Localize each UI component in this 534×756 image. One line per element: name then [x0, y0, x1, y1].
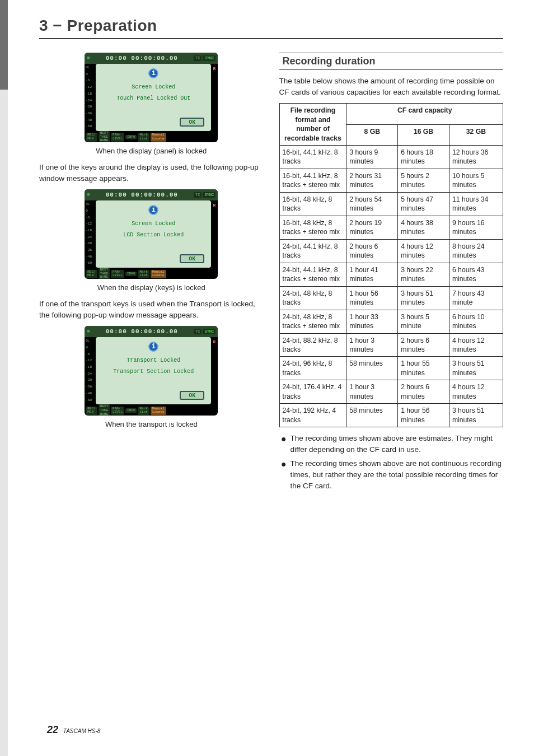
th-format: File recording format and number of reco…: [279, 104, 346, 146]
section-intro: The table below shows the amount of reco…: [279, 76, 504, 97]
info-icon: i: [148, 205, 158, 215]
cell-value: 6 hours 10 minutes: [449, 310, 503, 333]
lcd-caption: When the display (panel) is locked: [39, 147, 264, 155]
cell-format: 24-bit, 44.1 kHz, 8 tracks: [279, 239, 346, 263]
info-icon: i: [148, 68, 158, 78]
cell-format: 24-bit, 192 kHz, 4 tracks: [279, 404, 346, 427]
section-heading: Recording duration: [279, 53, 504, 70]
cell-value: 2 hours 6 minutes: [346, 239, 398, 263]
popup-line1: Screen Locked: [96, 221, 211, 227]
cell-value: 1 hour 55 minutes: [398, 357, 449, 380]
cell-value: 1 hour 41 minutes: [346, 263, 398, 286]
cell-value: 8 hours 24 minutes: [449, 239, 503, 263]
table-row: 24-bit, 48 kHz, 8 tracks1 hour 56 minute…: [279, 286, 503, 310]
cell-value: 5 hours 47 minutes: [398, 192, 449, 216]
chapter-title: 3 − Preparation: [39, 17, 503, 35]
popup-line1: Transport Locked: [96, 357, 211, 363]
cell-value: 3 hours 51 minutes: [449, 404, 503, 427]
lcd-caption: When the transport is locked: [39, 420, 264, 428]
cell-value: 2 hours 19 minutes: [346, 216, 398, 239]
table-row: 24-bit, 88.2 kHz, 8 tracks1 hour 3 minut…: [279, 333, 503, 357]
cell-format: 24-bit, 96 kHz, 8 tracks: [279, 357, 346, 380]
table-row: 24-bit, 176.4 kHz, 4 tracks1 hour 3 minu…: [279, 380, 503, 404]
para-transport-locked: If one of the transport keys is used whe…: [39, 298, 264, 320]
cell-value: 3 hours 22 minutes: [398, 263, 449, 286]
cell-value: 7 hours 43 minute: [449, 286, 503, 310]
note-item: The recording times shown above are not …: [282, 458, 504, 491]
left-column: ■00:00 00:00:00.00TCSYNCOL0-6-12-18-24-3…: [39, 53, 264, 494]
cell-format: 24-bit, 48 kHz, 8 tracks + stereo mix: [279, 310, 346, 333]
cell-value: 5 hours 2 minutes: [398, 169, 449, 192]
popup-line2: LCD Section Locked: [96, 232, 211, 238]
table-row: 16-bit, 44.1 kHz, 8 tracks + stereo mix2…: [279, 169, 503, 192]
table-row: 16-bit, 48 kHz, 8 tracks + stereo mix2 h…: [279, 216, 503, 239]
cell-value: 1 hour 3 minutes: [346, 333, 398, 357]
chapter-rule: [39, 38, 503, 39]
cell-value: 3 hours 9 minutes: [346, 146, 398, 169]
lcd-screenshot: ■00:00 00:00:00.00TCSYNCOL0-6-12-18-24-3…: [85, 189, 218, 279]
cell-value: 1 hour 33 minutes: [346, 310, 398, 333]
cell-value: 2 hours 6 minutes: [398, 333, 449, 357]
cell-value: 2 hours 54 minutes: [346, 192, 398, 216]
lcd-screenshot: ■00:00 00:00:00.00TCSYNCOL0-6-12-18-24-3…: [85, 53, 218, 142]
cell-value: 1 hour 56 minutes: [346, 286, 398, 310]
cell-format: 24-bit, 88.2 kHz, 8 tracks: [279, 333, 346, 357]
page-footer: 22 TASCAM HS-8: [47, 724, 100, 736]
info-icon: i: [148, 342, 158, 352]
cell-value: 6 hours 43 minutes: [449, 263, 503, 286]
right-column: Recording duration The table below shows…: [279, 53, 504, 494]
popup-line2: Transport Section Locked: [96, 368, 211, 375]
cell-value: 58 minutes: [346, 357, 398, 380]
cell-value: 6 hours 18 minutes: [398, 146, 449, 169]
table-row: 24-bit, 48 kHz, 8 tracks + stereo mix1 h…: [279, 310, 503, 333]
table-row: 16-bit, 44.1 kHz, 8 tracks3 hours 9 minu…: [279, 146, 503, 169]
table-row: 24-bit, 44.1 kHz, 8 tracks2 hours 6 minu…: [279, 239, 503, 263]
table-row: 24-bit, 44.1 kHz, 8 tracks + stereo mix1…: [279, 263, 503, 286]
para-keys-locked: If one of the keys around the display is…: [39, 162, 264, 184]
table-row: 24-bit, 96 kHz, 8 tracks58 minutes1 hour…: [279, 357, 503, 380]
cell-format: 24-bit, 176.4 kHz, 4 tracks: [279, 380, 346, 404]
cell-value: 4 hours 12 minutes: [449, 333, 503, 357]
table-row: 16-bit, 48 kHz, 8 tracks2 hours 54 minut…: [279, 192, 503, 216]
cell-format: 16-bit, 44.1 kHz, 8 tracks + stereo mix: [279, 169, 346, 192]
th-cap: 32 GB: [449, 124, 503, 145]
th-cap: 8 GB: [346, 124, 398, 145]
cell-value: 1 hour 3 minutes: [346, 380, 398, 404]
page: 3 − Preparation ■00:00 00:00:00.00TCSYNC…: [0, 0, 534, 756]
cell-value: 3 hours 51 minutes: [449, 357, 503, 380]
cell-value: 1 hour 56 minutes: [398, 404, 449, 427]
cell-format: 24-bit, 44.1 kHz, 8 tracks + stereo mix: [279, 263, 346, 286]
cell-value: 4 hours 12 minutes: [449, 380, 503, 404]
lcd-screenshot: ■00:00 00:00:00.00TCSYNCOL0-6-12-18-24-3…: [85, 326, 218, 416]
lcd-container: ■00:00 00:00:00.00TCSYNCOL0-6-12-18-24-3…: [39, 53, 264, 428]
page-number: 22: [47, 724, 58, 735]
cell-format: 24-bit, 48 kHz, 8 tracks: [279, 286, 346, 310]
cell-value: 11 hours 34 minutes: [449, 192, 503, 216]
th-cap: 16 GB: [398, 124, 449, 145]
popup-line2: Touch Panel Locked Out: [96, 95, 211, 101]
cell-format: 16-bit, 48 kHz, 8 tracks: [279, 192, 346, 216]
lcd-caption: When the display (keys) is locked: [39, 283, 264, 292]
cell-value: 10 hours 5 minutes: [449, 169, 503, 192]
th-capacity: CF card capacity: [346, 104, 503, 124]
ok-button[interactable]: OK: [180, 118, 204, 127]
table-row: 24-bit, 192 kHz, 4 tracks58 minutes1 hou…: [279, 404, 503, 427]
model-label: TASCAM HS-8: [63, 728, 101, 734]
cell-value: 4 hours 12 minutes: [398, 239, 449, 263]
notes-list: The recording times shown above are esti…: [279, 433, 504, 491]
cell-value: 2 hours 31 minutes: [346, 169, 398, 192]
cell-format: 16-bit, 48 kHz, 8 tracks + stereo mix: [279, 216, 346, 239]
ok-button[interactable]: OK: [180, 254, 204, 263]
cell-value: 9 hours 16 minutes: [449, 216, 503, 239]
lcd-popup: iScreen LockedLCD Section LockedOK: [96, 200, 211, 268]
cell-value: 3 hours 5 minute: [398, 310, 449, 333]
lcd-popup: iTransport LockedTransport Section Locke…: [96, 337, 211, 404]
note-item: The recording times shown above are esti…: [282, 433, 504, 455]
cell-value: 58 minutes: [346, 404, 398, 427]
cell-value: 4 hours 38 minutes: [398, 216, 449, 239]
cell-format: 16-bit, 44.1 kHz, 8 tracks: [279, 146, 346, 169]
cell-value: 3 hours 51 minutes: [398, 286, 449, 310]
ok-button[interactable]: OK: [180, 391, 204, 400]
recording-table: File recording format and number of reco…: [279, 103, 504, 427]
cell-value: 2 hours 6 minutes: [398, 380, 449, 404]
